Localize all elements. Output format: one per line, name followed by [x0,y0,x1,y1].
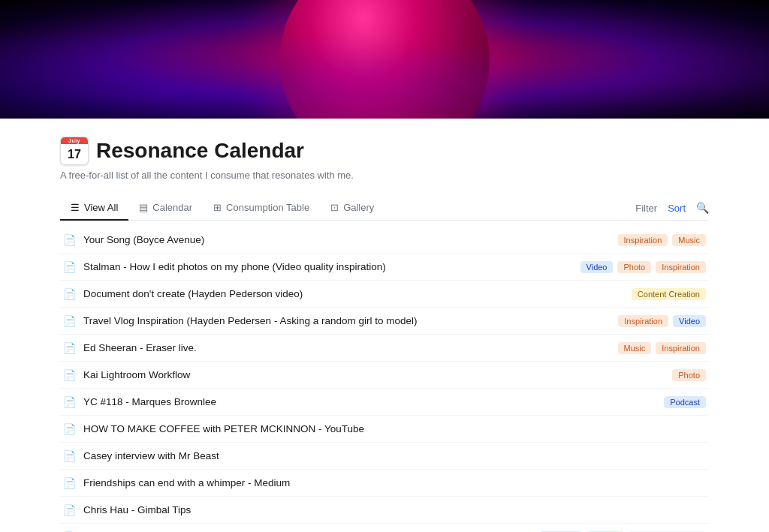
tag-music[interactable]: Music [618,342,652,354]
list-item: 📄Travel Vlog Inspiration (Hayden Pederse… [60,308,709,335]
calendar-icon-day: 17 [61,144,88,164]
calendar-icon: July 17 [60,137,89,165]
table-icon: ⊞ [213,202,222,213]
tag-photo[interactable]: Photo [617,261,651,273]
list-item: 📄Ed Sheeran - Eraser live.MusicInspirati… [60,335,709,362]
tab-calendar[interactable]: ▤ Calendar [128,196,203,221]
tag-inspiration[interactable]: Inspiration [618,315,668,327]
tag-music[interactable]: Music [672,234,706,246]
list-item: 📄Casey interview with Mr Beast [60,443,709,470]
content-list: 📄Your Song (Boyce Avenue)InspirationMusi… [60,227,709,532]
document-icon: 📄 [63,396,76,408]
document-icon: 📄 [63,261,76,273]
document-icon: 📄 [63,288,76,300]
row-title[interactable]: Stalman - How I edit photos on my phone … [83,261,386,272]
calendar-icon-month: July [61,137,88,144]
tag-inspiration[interactable]: Inspiration [656,342,706,354]
list-item: 📄HOW TO MAKE COFFEE with PETER MCKINNON … [60,416,709,443]
list-item: 📄Your Song (Boyce Avenue)InspirationMusi… [60,227,709,254]
list-item: 📄YC #118 - Marques BrownleePodcast [60,389,709,416]
list-item: 📄Stalman - How I edit photos on my phone… [60,254,709,281]
calendar-tab-icon: ▤ [139,202,148,213]
hero-banner [0,0,769,119]
tag-photo[interactable]: Photo [672,369,706,381]
row-title[interactable]: Friendships can end with a whimper - Med… [83,477,290,488]
tabs-bar: ☰ View All ▤ Calendar ⊞ Consumption Tabl… [60,196,709,221]
tag-podcast[interactable]: Podcast [664,396,706,408]
document-icon: 📄 [63,234,76,246]
search-button[interactable]: 🔍 [696,202,709,214]
row-title[interactable]: HOW TO MAKE COFFEE with PETER MCKINNON -… [83,423,364,434]
tab-gallery-label: Gallery [343,202,374,213]
list-item: 📄Kai Lightroom WorkflowPhoto [60,362,709,389]
document-icon: 📄 [63,477,76,489]
list-item: 📄Document don't create (Hayden Pederson … [60,281,709,308]
page-title: Resonance Calendar [96,139,304,163]
list-item: 📄Chris Hau - Gimbal Tips [60,497,709,524]
document-icon: 📄 [63,450,76,462]
row-title[interactable]: YC #118 - Marques Brownlee [83,396,216,407]
row-title[interactable]: Chris Hau - Gimbal Tips [83,504,191,515]
tag-video[interactable]: Video [673,315,706,327]
tag-inspiration[interactable]: Inspiration [656,261,706,273]
tab-calendar-label: Calendar [152,202,192,213]
list-item: 📄TF podcast - Neil GaimanPodcastWritingM… [60,524,709,532]
document-icon: 📄 [63,423,76,435]
tabs-left: ☰ View All ▤ Calendar ⊞ Consumption Tabl… [60,196,384,220]
document-icon: 📄 [63,504,76,516]
page-subtitle: A free-for-all list of all the content I… [60,170,709,181]
tab-view-all-label: View All [84,202,118,213]
document-icon: 📄 [63,315,76,327]
row-title[interactable]: Ed Sheeran - Eraser live. [83,342,197,353]
tag-inspiration[interactable]: Inspiration [618,234,668,246]
filter-button[interactable]: Filter [635,203,657,214]
tabs-right: Filter Sort 🔍 [635,202,709,214]
list-item: 📄Friendships can end with a whimper - Me… [60,470,709,497]
row-title[interactable]: Kai Lightroom Workflow [83,369,190,380]
tag-video[interactable]: Video [581,261,614,273]
tab-consumption-table[interactable]: ⊞ Consumption Table [203,196,320,221]
row-title[interactable]: Casey interview with Mr Beast [83,450,219,461]
document-icon: 📄 [63,369,76,381]
view-all-icon: ☰ [71,202,80,213]
row-title[interactable]: Your Song (Boyce Avenue) [83,234,204,245]
main-content: July 17 Resonance Calendar A free-for-al… [0,119,769,532]
row-title[interactable]: Travel Vlog Inspiration (Hayden Pedersen… [83,315,417,326]
gallery-icon: ⊡ [330,202,339,213]
tab-consumption-table-label: Consumption Table [226,202,309,213]
row-title[interactable]: Document don't create (Hayden Pederson v… [83,288,303,299]
tab-view-all[interactable]: ☰ View All [60,196,128,221]
tab-gallery[interactable]: ⊡ Gallery [320,196,384,221]
tag-content-creation[interactable]: Content Creation [632,288,706,300]
page-header: July 17 Resonance Calendar [60,137,709,165]
sort-button[interactable]: Sort [668,203,686,214]
document-icon: 📄 [63,342,76,354]
